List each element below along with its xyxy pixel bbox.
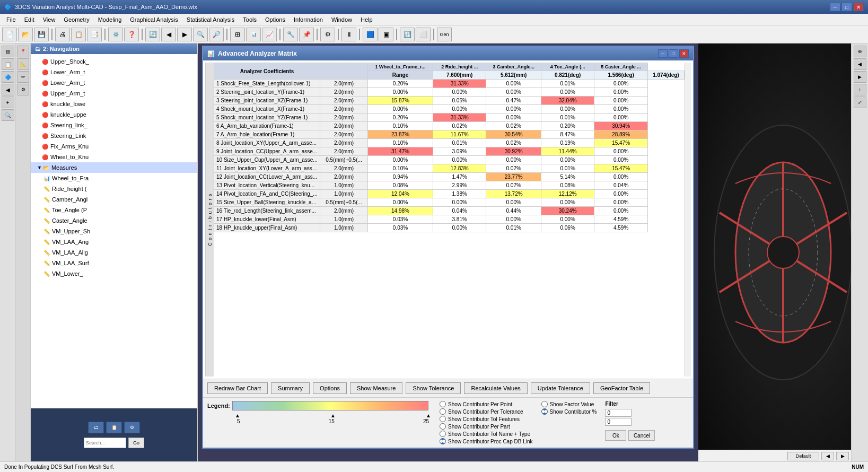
- nav-search[interactable]: [84, 438, 126, 448]
- copy-button[interactable]: 📑: [87, 28, 102, 41]
- filter-input2[interactable]: [605, 418, 632, 426]
- minimize-button[interactable]: ─: [830, 3, 840, 11]
- tree-item-19[interactable]: 📏VM_LAA_Surf: [31, 258, 197, 268]
- nav-btn1[interactable]: 🗂: [88, 422, 104, 433]
- dialog-close[interactable]: ✕: [679, 49, 689, 58]
- filter-input1[interactable]: [605, 409, 632, 417]
- view2-button[interactable]: ▣: [379, 28, 393, 41]
- arrow1-button[interactable]: ◀: [161, 28, 176, 41]
- right-tool1[interactable]: ⊕: [854, 46, 866, 57]
- zoom-button[interactable]: 🔎: [209, 28, 224, 41]
- right-tool4[interactable]: ↕: [854, 84, 866, 95]
- tree-item-11[interactable]: 📊Wheel_to_Fra: [31, 173, 197, 183]
- menu-view[interactable]: View: [39, 15, 60, 24]
- chart-button[interactable]: 📈: [262, 28, 277, 41]
- menu-help[interactable]: Help: [356, 15, 377, 24]
- geofactor-table-button[interactable]: GeoFactor Table: [593, 382, 650, 394]
- tree-item-15[interactable]: 📏Caster_Angle: [31, 215, 197, 226]
- tree-item-6[interactable]: ▶🔴Steering_link_: [31, 120, 197, 130]
- nav-go-button[interactable]: Go: [128, 438, 144, 448]
- grid-button[interactable]: ⊞: [230, 28, 245, 41]
- right-tool2[interactable]: ◀: [854, 58, 866, 70]
- tree-item-0[interactable]: ▶🔴Upper_Shock_: [31, 56, 197, 67]
- tree-item-16[interactable]: 📏VM_Upper_Sh: [31, 226, 197, 237]
- save-button[interactable]: 💾: [34, 28, 49, 41]
- right-radio-0[interactable]: [541, 401, 548, 407]
- nav-tree[interactable]: ▶🔴Upper_Shock_▶🔴Lower_Arm_t▶🔴Lower_Arm_t…: [31, 54, 197, 408]
- close-button[interactable]: ✕: [853, 3, 864, 11]
- left-tool3[interactable]: 🔷: [2, 71, 14, 83]
- menu-statistical-analysis[interactable]: Statistical Analysis: [182, 15, 239, 24]
- nav-btn3[interactable]: ⚙: [124, 422, 140, 433]
- search-button[interactable]: 🔍: [193, 28, 208, 41]
- print2-button[interactable]: 📋: [71, 28, 86, 41]
- tree-item-2[interactable]: ▶🔴Lower_Arm_t: [31, 77, 197, 88]
- show-tolerance-button[interactable]: Show Tolerance: [406, 382, 461, 394]
- summary-button[interactable]: Summary: [271, 382, 310, 394]
- options-btn[interactable]: Options: [313, 382, 347, 394]
- left-tool5[interactable]: +: [2, 97, 14, 108]
- tree-item-4[interactable]: ▶🔴knuckle_lowe: [31, 99, 197, 109]
- box-button[interactable]: ⬜: [416, 28, 431, 41]
- right-radio-1[interactable]: [541, 408, 548, 415]
- tree-item-3[interactable]: ▶🔴Upper_Arm_t: [31, 88, 197, 99]
- tree-item-17[interactable]: 📏VM_LAA_Ang: [31, 237, 197, 247]
- tree-item-12[interactable]: 📏Ride_height (: [31, 183, 197, 194]
- arrow2-button[interactable]: ▶: [177, 28, 192, 41]
- menu-file[interactable]: File: [2, 15, 20, 24]
- print-button[interactable]: 🖨: [55, 28, 70, 41]
- tree-item-7[interactable]: ▶🔴Steering_Link: [31, 130, 197, 141]
- dialog-maximize[interactable]: □: [669, 49, 678, 58]
- tree-item-10[interactable]: ▼📂Measures: [31, 162, 197, 173]
- 3d-arrow-left[interactable]: ◀: [821, 452, 834, 460]
- menu-geometry[interactable]: Geometry: [59, 15, 93, 24]
- ok-button[interactable]: Ok: [605, 430, 626, 441]
- options-button[interactable]: ⚙: [320, 28, 335, 41]
- left2-tool4[interactable]: ⚙: [17, 84, 29, 95]
- tree-item-13[interactable]: 📏Camber_Angl: [31, 194, 197, 205]
- show-measure-button[interactable]: Show Measure: [350, 382, 402, 394]
- tool2-button[interactable]: 🔧: [283, 28, 298, 41]
- 3d-arrow-right[interactable]: ▶: [836, 452, 849, 460]
- tree-item-18[interactable]: 📏VM_LAA_Alig: [31, 247, 197, 258]
- radio-4[interactable]: [440, 431, 446, 437]
- default-button[interactable]: Default: [787, 452, 819, 460]
- left2-tool2[interactable]: 📐: [17, 58, 29, 70]
- left-tool6[interactable]: 🔍: [2, 109, 14, 121]
- tree-item-1[interactable]: ▶🔴Lower_Arm_t: [31, 67, 197, 77]
- menu-tools[interactable]: Tools: [239, 15, 261, 24]
- radio-2[interactable]: [440, 416, 446, 422]
- left-tool1[interactable]: ⊞: [2, 46, 14, 57]
- menu-window[interactable]: Window: [327, 15, 356, 24]
- menu-edit[interactable]: Edit: [20, 15, 39, 24]
- open-button[interactable]: 📂: [18, 28, 33, 41]
- left2-tool3[interactable]: ✏: [17, 71, 29, 83]
- help-button[interactable]: ❓: [124, 28, 139, 41]
- pause-button[interactable]: ⏸: [341, 28, 356, 41]
- tree-item-9[interactable]: ▶🔴Wheel_to_Knu: [31, 152, 197, 162]
- gen-button[interactable]: Gen: [437, 28, 452, 41]
- radio-0[interactable]: [440, 401, 446, 407]
- tree-item-8[interactable]: ▶🔴Fix_Arms_Knu: [31, 141, 197, 152]
- menu-information[interactable]: Information: [290, 15, 327, 24]
- tree-item-14[interactable]: 📏Toe_Angle (P: [31, 205, 197, 215]
- tool3-button[interactable]: 📌: [299, 28, 314, 41]
- redraw-bar-chart-button[interactable]: Redraw Bar Chart: [207, 382, 268, 394]
- recalculate-values-button[interactable]: Recalculate Values: [464, 382, 527, 394]
- cancel-button[interactable]: Cancel: [628, 430, 655, 441]
- nav-btn2[interactable]: 📋: [106, 422, 122, 433]
- view1-button[interactable]: 🟦: [363, 28, 378, 41]
- menu-modeling[interactable]: Modeling: [94, 15, 126, 24]
- refresh-button[interactable]: 🔄: [145, 28, 160, 41]
- matrix-table-container[interactable]: C o n t r i b u t o r sAnalyzer Coeffici…: [203, 60, 693, 379]
- left2-tool1[interactable]: 📍: [17, 46, 29, 57]
- right-tool5[interactable]: ⤢: [854, 97, 866, 108]
- tree-item-20[interactable]: 📏VM_Lower_: [31, 268, 197, 279]
- stat-button[interactable]: 📊: [246, 28, 261, 41]
- tree-item-5[interactable]: ▶🔴knuckle_uppe: [31, 109, 197, 120]
- new-button[interactable]: 📄: [2, 28, 17, 41]
- maximize-button[interactable]: □: [841, 3, 852, 11]
- rotate-button[interactable]: 🔃: [400, 28, 415, 41]
- right-tool3[interactable]: ▶: [854, 71, 866, 83]
- dialog-minimize[interactable]: ─: [658, 49, 668, 58]
